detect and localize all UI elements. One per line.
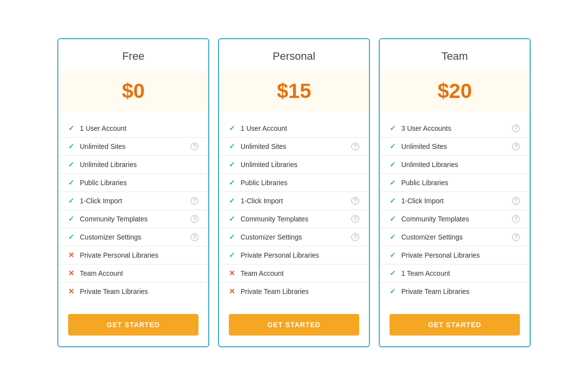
feature-row-personal-5: ✓Community Templates? bbox=[219, 210, 369, 228]
feature-row-personal-8: ✕Team Account bbox=[219, 265, 369, 283]
feature-label-personal-8: Team Account bbox=[241, 269, 359, 277]
feature-row-team-9: ✓Private Team Libraries bbox=[380, 283, 530, 300]
feature-row-free-3: ✓Public Libraries bbox=[58, 174, 208, 192]
check-icon-free-2: ✓ bbox=[68, 160, 76, 169]
check-icon-free-1: ✓ bbox=[68, 142, 76, 151]
feature-row-team-4: ✓1-Click Import? bbox=[380, 192, 530, 210]
plan-features-free: ✓1 User Account✓Unlimited Sites?✓Unlimit… bbox=[58, 116, 208, 306]
check-icon-free-4: ✓ bbox=[68, 196, 76, 205]
help-icon-team-5[interactable]: ? bbox=[512, 215, 520, 223]
feature-row-team-3: ✓Public Libraries bbox=[380, 174, 530, 192]
feature-label-team-8: 1 Team Account bbox=[401, 269, 520, 277]
help-icon-free-1[interactable]: ? bbox=[191, 143, 198, 150]
feature-label-team-1: Unlimited Sites bbox=[401, 143, 509, 150]
plan-price-block-free: $0 bbox=[58, 71, 208, 112]
check-icon-free-6: ✓ bbox=[68, 233, 76, 241]
feature-label-free-5: Community Templates bbox=[80, 215, 188, 223]
feature-label-team-0: 3 User Accounts bbox=[401, 124, 509, 132]
plan-cta-free: GET STARTED bbox=[58, 306, 208, 346]
check-icon-free-3: ✓ bbox=[68, 178, 76, 187]
check-icon-personal-1: ✓ bbox=[229, 142, 237, 151]
feature-row-free-0: ✓1 User Account bbox=[58, 120, 208, 138]
feature-row-team-0: ✓3 User Accounts? bbox=[380, 120, 530, 138]
check-icon-team-6: ✓ bbox=[390, 233, 397, 241]
feature-label-team-2: Unlimited Libraries bbox=[401, 161, 520, 168]
plan-cta-personal: GET STARTED bbox=[219, 306, 369, 346]
check-icon-team-4: ✓ bbox=[390, 196, 397, 205]
help-icon-team-4[interactable]: ? bbox=[512, 197, 520, 205]
feature-label-personal-1: Unlimited Sites bbox=[241, 143, 348, 150]
check-icon-personal-2: ✓ bbox=[229, 160, 237, 169]
feature-row-free-1: ✓Unlimited Sites? bbox=[58, 138, 208, 156]
feature-label-free-1: Unlimited Sites bbox=[80, 143, 188, 150]
help-icon-free-4[interactable]: ? bbox=[191, 197, 198, 205]
cross-icon-personal-9: ✕ bbox=[229, 287, 237, 296]
feature-label-free-8: Team Account bbox=[80, 269, 198, 277]
help-icon-personal-5[interactable]: ? bbox=[351, 215, 359, 223]
plan-price-team: $20 bbox=[390, 79, 520, 103]
check-icon-team-0: ✓ bbox=[390, 124, 397, 133]
check-icon-free-5: ✓ bbox=[68, 215, 76, 223]
get-started-button-free[interactable]: GET STARTED bbox=[68, 314, 198, 336]
feature-row-free-6: ✓Customizer Settings? bbox=[58, 228, 208, 246]
feature-label-personal-3: Public Libraries bbox=[241, 179, 359, 187]
help-icon-team-0[interactable]: ? bbox=[512, 124, 520, 132]
feature-row-personal-0: ✓1 User Account bbox=[219, 120, 369, 138]
check-icon-team-7: ✓ bbox=[390, 251, 397, 260]
feature-row-personal-2: ✓Unlimited Libraries bbox=[219, 156, 369, 174]
feature-row-team-7: ✓Private Personal Libraries bbox=[380, 246, 530, 265]
feature-row-team-6: ✓Customizer Settings? bbox=[380, 228, 530, 246]
check-icon-personal-7: ✓ bbox=[229, 251, 237, 260]
get-started-button-team[interactable]: GET STARTED bbox=[390, 314, 520, 336]
help-icon-team-6[interactable]: ? bbox=[512, 233, 520, 241]
feature-row-personal-7: ✓Private Personal Libraries bbox=[219, 246, 369, 265]
get-started-button-personal[interactable]: GET STARTED bbox=[229, 314, 359, 336]
feature-label-personal-0: 1 User Account bbox=[241, 124, 359, 132]
help-icon-personal-1[interactable]: ? bbox=[351, 143, 359, 150]
plan-title-team: Team bbox=[380, 39, 530, 71]
feature-label-free-7: Private Personal Libraries bbox=[80, 251, 198, 259]
feature-label-team-3: Public Libraries bbox=[401, 179, 520, 187]
plan-price-block-team: $20 bbox=[380, 71, 530, 112]
cross-icon-free-9: ✕ bbox=[68, 287, 76, 296]
check-icon-personal-0: ✓ bbox=[229, 124, 237, 133]
feature-row-personal-3: ✓Public Libraries bbox=[219, 174, 369, 192]
feature-row-free-4: ✓1-Click Import? bbox=[58, 192, 208, 210]
help-icon-free-5[interactable]: ? bbox=[191, 215, 198, 223]
feature-label-free-3: Public Libraries bbox=[80, 179, 198, 187]
plan-features-personal: ✓1 User Account✓Unlimited Sites?✓Unlimit… bbox=[219, 116, 369, 306]
help-icon-personal-6[interactable]: ? bbox=[351, 233, 359, 241]
feature-label-team-4: 1-Click Import bbox=[401, 197, 509, 205]
feature-row-free-8: ✕Team Account bbox=[58, 265, 208, 283]
pricing-container: Free$0✓1 User Account✓Unlimited Sites?✓U… bbox=[24, 38, 564, 347]
cross-icon-personal-8: ✕ bbox=[229, 269, 237, 278]
feature-row-free-9: ✕Private Team Libraries bbox=[58, 283, 208, 300]
check-icon-team-8: ✓ bbox=[390, 269, 397, 278]
feature-label-personal-7: Private Personal Libraries bbox=[241, 251, 359, 259]
feature-label-personal-9: Private Team Libraries bbox=[241, 288, 359, 295]
help-icon-free-6[interactable]: ? bbox=[191, 233, 198, 241]
help-icon-team-1[interactable]: ? bbox=[512, 143, 520, 150]
check-icon-team-5: ✓ bbox=[390, 215, 397, 223]
plan-card-free: Free$0✓1 User Account✓Unlimited Sites?✓U… bbox=[57, 38, 209, 347]
help-icon-personal-4[interactable]: ? bbox=[351, 197, 359, 205]
feature-row-personal-4: ✓1-Click Import? bbox=[219, 192, 369, 210]
plan-card-team: Team$20✓3 User Accounts?✓Unlimited Sites… bbox=[379, 38, 531, 347]
check-icon-personal-6: ✓ bbox=[229, 233, 237, 241]
feature-row-free-5: ✓Community Templates? bbox=[58, 210, 208, 228]
feature-row-team-1: ✓Unlimited Sites? bbox=[380, 138, 530, 156]
feature-row-team-5: ✓Community Templates? bbox=[380, 210, 530, 228]
feature-label-team-5: Community Templates bbox=[401, 215, 509, 223]
feature-label-personal-6: Customizer Settings bbox=[241, 233, 348, 241]
feature-row-personal-6: ✓Customizer Settings? bbox=[219, 228, 369, 246]
plan-price-personal: $15 bbox=[229, 79, 359, 103]
feature-row-personal-9: ✕Private Team Libraries bbox=[219, 283, 369, 300]
check-icon-team-9: ✓ bbox=[390, 287, 397, 296]
feature-label-team-7: Private Personal Libraries bbox=[401, 251, 520, 259]
plan-features-team: ✓3 User Accounts?✓Unlimited Sites?✓Unlim… bbox=[380, 116, 530, 306]
plan-title-personal: Personal bbox=[219, 39, 369, 71]
check-icon-team-1: ✓ bbox=[390, 142, 397, 151]
feature-label-free-2: Unlimited Libraries bbox=[80, 161, 198, 168]
plan-cta-team: GET STARTED bbox=[380, 306, 530, 346]
feature-label-team-9: Private Team Libraries bbox=[401, 288, 520, 295]
